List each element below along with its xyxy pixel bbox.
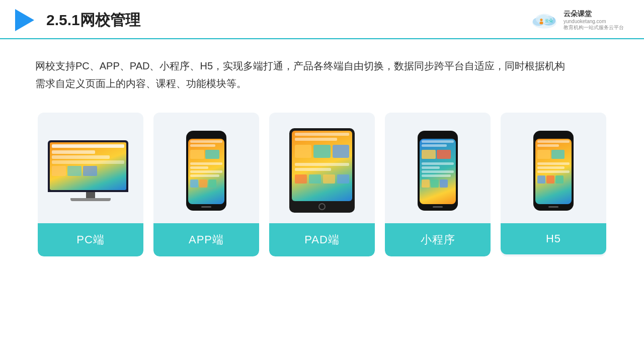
- description-block: 网校支持PC、APP、PAD、小程序、H5，实现多端打通，产品各终端自由切换，数…: [0, 39, 644, 103]
- svg-rect-6: [540, 22, 543, 24]
- pad-device-icon: [289, 128, 355, 213]
- card-h5-label: H5: [501, 223, 606, 254]
- description-text: 网校支持PC、APP、PAD、小程序、H5，实现多端打通，产品各终端自由切换，数…: [35, 57, 609, 93]
- card-miniapp: 小程序: [385, 113, 491, 256]
- card-pc: PC端: [38, 113, 143, 256]
- logo-name: 云朵课堂: [564, 10, 624, 19]
- logo-area: 云朵 云朵课堂 yunduoketang.com 教育机构一站式服务云平台: [529, 10, 624, 31]
- logo-domain: yunduoketang.com: [564, 19, 624, 24]
- miniapp-device-icon: [418, 131, 458, 211]
- card-miniapp-image: [385, 113, 491, 223]
- card-app-label: APP端: [153, 223, 259, 256]
- svg-point-5: [540, 19, 542, 21]
- card-h5: H5: [501, 113, 606, 256]
- card-h5-image: [501, 113, 606, 223]
- card-pc-image: [38, 113, 143, 223]
- card-miniapp-label: 小程序: [385, 223, 491, 256]
- svg-text:云朵: 云朵: [545, 19, 553, 23]
- header-left: 2.5.1网校管理: [15, 9, 140, 31]
- play-icon: [15, 9, 34, 31]
- card-app: APP端: [153, 113, 259, 256]
- card-pc-label: PC端: [38, 223, 143, 256]
- pc-device-icon: [48, 140, 133, 201]
- logo-tagline: 教育机构一站式服务云平台: [564, 24, 624, 31]
- card-pad-label: PAD端: [269, 223, 375, 256]
- logo-text-block: 云朵课堂 yunduoketang.com 教育机构一站式服务云平台: [564, 10, 624, 31]
- cards-section: PC端: [0, 103, 644, 256]
- h5-device-icon: [533, 131, 574, 211]
- header: 2.5.1网校管理 云朵 云朵课堂 yunduoketang.com 教育机构一…: [0, 0, 644, 39]
- logo-cloud-icon: 云朵: [529, 10, 559, 30]
- page-title: 2.5.1网校管理: [46, 10, 140, 31]
- card-pad-image: [269, 113, 375, 223]
- card-app-image: [153, 113, 259, 223]
- app-device-icon: [186, 131, 226, 211]
- card-pad: PAD端: [269, 113, 375, 256]
